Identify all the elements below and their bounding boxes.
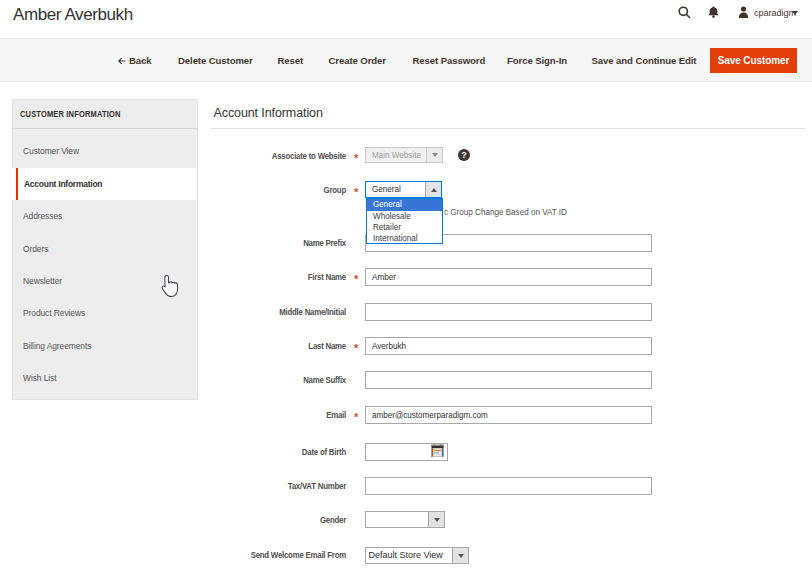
svg-text:?: ? [461, 150, 467, 160]
